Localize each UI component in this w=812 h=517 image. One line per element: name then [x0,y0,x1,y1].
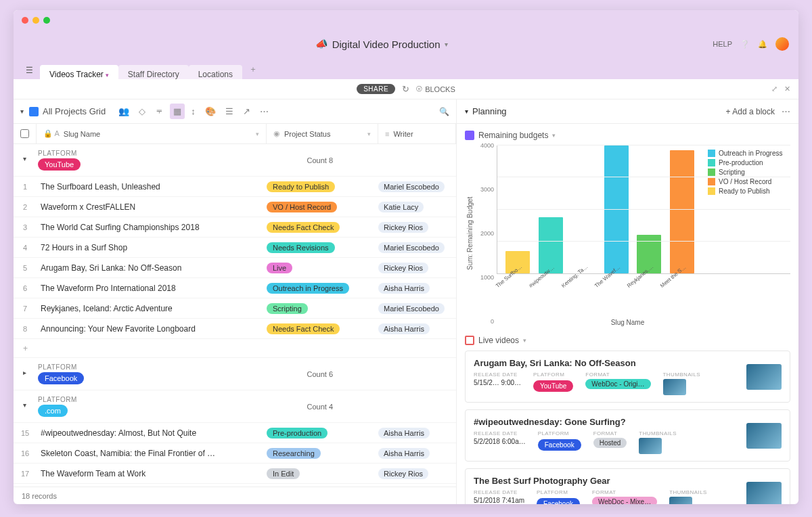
chevron-down-icon[interactable]: ▾ [20,108,24,115]
thumbnail [746,423,782,449]
titlebar [14,10,798,30]
table-row[interactable]: 2 Waveform x CrestFALLEN VO / Host Recor… [14,197,456,217]
add-table-button[interactable]: ＋ [244,60,263,79]
table-row[interactable]: 5 Arugam Bay, Sri Lanka: No Off-Season L… [14,258,456,278]
grid-icon [29,107,39,116]
chevron-down-icon[interactable]: ▾ [465,108,468,115]
table-row[interactable]: 7 Reykjanes, Iceland: Arctic Adventure S… [14,298,456,319]
group-header[interactable]: ▸ PLATFORMFacebook Count 6 [14,358,456,390]
color-icon[interactable]: 🎨 [202,104,219,119]
more-icon[interactable]: ⋯ [782,106,790,116]
thumbnail-preview [639,438,662,454]
block-title-budgets[interactable]: Remaining budgets ▾ [465,131,790,140]
column-slug-name[interactable]: 🔒 ASlug Name▾ [37,124,267,143]
megaphone-icon: 📣 [315,38,328,50]
live-video-card[interactable]: #wipeoutwednesday: Gone Surfing? RELEASE… [465,409,790,462]
record-count-footer: 18 records [14,487,456,504]
blocks-button[interactable]: ⦾BLOCKS [416,85,455,93]
view-toolbar: ▾ All Projects Grid 👥 ◇ ⫧ ▦ ↕ 🎨 ☰ ↗ ⋯ 🔍 [14,99,456,124]
table-row[interactable]: 15 #wipeoutwednesday: Almost, But Not Qu… [14,423,456,443]
app-header: 📣 Digital Video Production ▾ HELP ❔ 🔔 [14,30,798,58]
more-icon[interactable]: ⋯ [256,104,272,119]
chart-ylabel: Sum: Remaining Budget [465,145,475,321]
thumbnail-preview [663,379,686,395]
table-row[interactable]: 16 Skeleton Coast, Namibia: the Final Fr… [14,443,456,464]
table-row[interactable]: 1 The Surfboard Leash, Unleashed Ready t… [14,177,456,197]
people-icon[interactable]: 👥 [115,104,133,119]
group-header[interactable]: ▾ PLATFORM.com Count 4 [14,390,456,423]
chart-icon [465,131,474,140]
expand-icon[interactable]: ⤢ [771,85,777,93]
share-view-icon[interactable]: ↗ [240,104,254,119]
table-row[interactable]: 4 72 Hours in a Surf Shop Needs Revision… [14,238,456,258]
group-icon[interactable]: ▦ [170,104,185,119]
list-icon [465,336,474,345]
minimize-dot[interactable] [32,17,39,24]
search-icon[interactable]: 🔍 [439,107,449,116]
history-icon[interactable]: ↻ [402,84,409,94]
filter-icon[interactable]: ⫧ [152,104,167,119]
sort-icon[interactable]: ↕ [187,104,199,119]
thumbnail [746,482,782,505]
live-video-card[interactable]: The Best Surf Photography Gear RELEASE D… [465,468,790,504]
select-all-checkbox[interactable] [20,129,29,138]
group-header[interactable]: ▾ PLATFORMYouTube Count 8 [14,144,456,177]
row-height-icon[interactable]: ☰ [222,104,237,119]
zoom-dot[interactable] [43,17,50,24]
avatar[interactable] [775,37,789,51]
close-icon[interactable]: ✕ [784,85,790,93]
share-button[interactable]: SHARE [357,84,395,94]
bell-icon[interactable]: 🔔 [758,40,767,49]
column-writer[interactable]: ≡Writer [378,124,456,143]
help-link[interactable]: HELP [713,40,732,48]
thumbnail-preview [669,497,692,504]
table-row[interactable]: 6 The Waveform Pro International 2018 Ou… [14,278,456,298]
block-title-live-videos[interactable]: Live videos ▾ [465,336,790,345]
chevron-down-icon: ▾ [445,41,448,48]
remaining-budgets-chart: Sum: Remaining Budget 01000200030004000 … [465,145,790,321]
menu-icon[interactable]: ☰ [20,62,39,79]
grid-rows-scroll[interactable]: ▾ PLATFORMYouTube Count 81 The Surfboard… [14,144,456,487]
tabs-row: ☰ Videos Tracker▾Staff DirectoryLocation… [14,58,798,79]
live-video-card[interactable]: Arugam Bay, Sri Lanka: No Off-Season REL… [465,351,790,403]
table-row[interactable]: 3 The World Cat Surfing Championships 20… [14,217,456,238]
base-title[interactable]: 📣 Digital Video Production ▾ [315,38,448,50]
view-title[interactable]: All Projects Grid [29,106,106,116]
add-block-button[interactable]: + Add a block [726,107,775,116]
chart-legend: Outreach in ProgressPre-productionScript… [708,150,790,197]
chart-bar [670,150,694,273]
blocks-panel-title[interactable]: Planning [472,106,507,116]
hide-fields-icon[interactable]: ◇ [135,104,149,119]
close-dot[interactable] [22,17,28,24]
table-row[interactable]: 17 The Waveform Team at Work In Edit Ric… [14,464,456,484]
column-header-row: 🔒 ASlug Name▾ ◉Project Status▾ ≡Writer [14,124,456,144]
chart-bar [604,145,629,273]
table-row[interactable]: 8 Announcing: Your New Favorite Longboar… [14,319,456,339]
thumbnail [746,364,782,390]
column-project-status[interactable]: ◉Project Status▾ [267,124,378,143]
add-row-button[interactable]: + [14,339,456,358]
help-icon[interactable]: ❔ [740,40,750,49]
